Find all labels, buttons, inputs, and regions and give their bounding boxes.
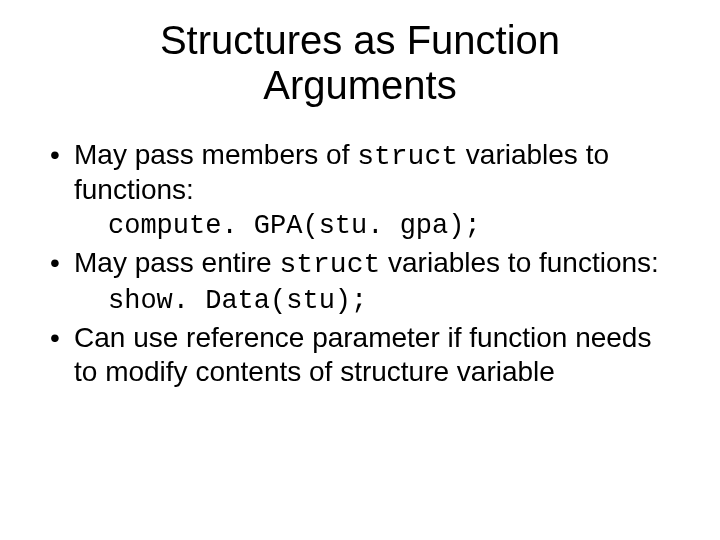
bullet-3: Can use reference parameter if function … bbox=[40, 321, 680, 387]
slide-title: Structures as Function Arguments bbox=[40, 18, 680, 108]
bullet-2-text-post: variables to functions: bbox=[380, 247, 659, 278]
bullet-1: May pass members of struct variables to … bbox=[40, 138, 680, 206]
bullet-3-text: Can use reference parameter if function … bbox=[74, 322, 651, 386]
title-line-2: Arguments bbox=[263, 63, 456, 107]
bullet-list: May pass members of struct variables to … bbox=[40, 138, 680, 388]
bullet-1-text-pre: May pass members of bbox=[74, 139, 357, 170]
code-example-1: compute. GPA(stu. gpa); bbox=[40, 210, 680, 242]
bullet-2: May pass entire struct variables to func… bbox=[40, 246, 680, 281]
title-line-1: Structures as Function bbox=[160, 18, 560, 62]
bullet-2-code: struct bbox=[279, 249, 380, 280]
bullet-1-code: struct bbox=[357, 141, 458, 172]
code-example-2: show. Data(stu); bbox=[40, 285, 680, 317]
bullet-2-text-pre: May pass entire bbox=[74, 247, 279, 278]
slide-container: Structures as Function Arguments May pas… bbox=[0, 0, 720, 540]
